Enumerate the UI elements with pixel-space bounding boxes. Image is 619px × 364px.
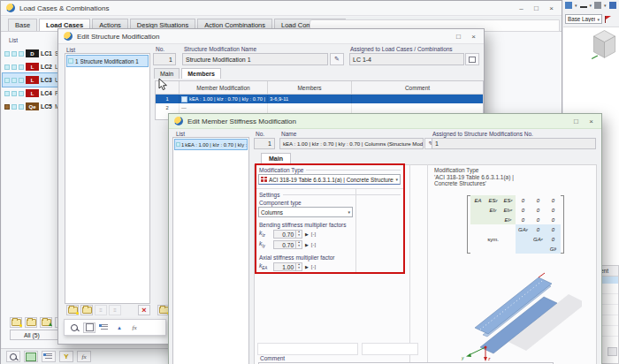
kiy-unit: [-] [311, 242, 316, 247]
kea-spinner[interactable]: 1.00▲▼ [273, 262, 302, 271]
list-item-selected[interactable]: 1 Structure Modification 1 [67, 56, 148, 66]
close-button[interactable]: × [466, 30, 481, 42]
checkbox[interactable] [19, 51, 24, 57]
checkbox[interactable] [68, 58, 73, 64]
copy-item-button[interactable] [80, 305, 93, 315]
checkbox[interactable] [4, 51, 10, 57]
load-type-badge: Qe [26, 102, 39, 110]
column-divider [409, 164, 410, 364]
grid-icon [469, 57, 476, 63]
select-load-cases-button[interactable] [465, 53, 479, 65]
rename-button[interactable]: ✎ [330, 53, 344, 65]
load-case-id: LC5 [41, 103, 53, 110]
formula-button[interactable]: fx [77, 351, 91, 362]
new-load-case-button[interactable] [10, 317, 22, 328]
info-panel-text: Modification Type 'ACI 318-19 Table 6.6.… [434, 167, 514, 187]
tab-main[interactable]: Main [261, 153, 291, 163]
zoom-button[interactable] [68, 322, 80, 333]
tab-base[interactable]: Base [8, 19, 37, 31]
dialog1-titlebar[interactable]: Edit Structure Modification [58, 29, 484, 44]
item-no: 1 [75, 58, 79, 64]
list-select-button[interactable] [98, 322, 111, 333]
block-tool-icon[interactable] [609, 2, 616, 9]
import-load-case-button[interactable] [40, 317, 52, 328]
expand-button[interactable]: ▶ [305, 242, 309, 247]
reorder-up-button[interactable]: ≡ [95, 305, 107, 315]
checkbox[interactable] [11, 78, 17, 83]
navigation-cube[interactable] [590, 28, 619, 62]
expand-button[interactable]: ▶ [305, 231, 309, 237]
checkbox[interactable] [19, 91, 24, 96]
zoom-button[interactable] [6, 351, 20, 362]
table-view-button[interactable] [42, 351, 56, 362]
name-field[interactable]: Structure Modification 1 [182, 53, 328, 65]
checkbox[interactable] [4, 78, 10, 83]
matrix-cell: 0 [546, 205, 561, 215]
checkbox[interactable] [11, 51, 17, 57]
assigned-field[interactable]: 1 [432, 138, 596, 149]
checkbox[interactable] [11, 91, 17, 96]
checkbox[interactable] [19, 64, 24, 70]
checkbox[interactable] [11, 104, 17, 110]
reorder-down-button[interactable]: ≡ [109, 305, 121, 315]
close-button[interactable]: × [544, 2, 559, 14]
measure-tool-icon[interactable] [594, 2, 601, 9]
list-item-selected[interactable]: 1 kEA : 1.00 | kIz : 0.70 | kIy : 0.70 [175, 140, 247, 149]
modification-type-select[interactable]: ACI 318-19 Table 6.6.3.1.1(a) | Concrete… [258, 174, 401, 185]
modification-type-label: Modification Type [259, 167, 401, 173]
maximize-button[interactable]: □ [569, 115, 584, 127]
matrix-cell: 0 [531, 205, 546, 215]
assigned-field[interactable]: LC 1-4 [349, 53, 464, 65]
select-box-button[interactable] [83, 322, 96, 333]
filter-button[interactable]: Y [59, 351, 73, 362]
spin-arrows-icon[interactable]: ▲▼ [296, 262, 302, 271]
table-row[interactable]: 2 — [156, 103, 483, 112]
expand-button[interactable]: ▶ [305, 264, 309, 269]
matrix-cell [470, 234, 485, 244]
checkbox[interactable] [4, 91, 10, 96]
base-layer-select[interactable]: Base Layer▾ [565, 14, 602, 24]
checkbox[interactable] [11, 64, 17, 70]
maximize-button[interactable]: □ [529, 2, 544, 14]
load-type-badge: L [26, 76, 39, 84]
kiz-unit: [-] [311, 231, 316, 237]
comment-cell [352, 95, 483, 103]
matrix-cell [501, 224, 516, 234]
item-icon [181, 96, 187, 102]
checkbox[interactable] [19, 78, 24, 83]
pick-in-graphic-button[interactable]: ▲ [113, 322, 126, 333]
spin-arrows-icon[interactable]: ▲▼ [296, 230, 302, 239]
table-row-selected[interactable]: 1 kEA : 1.00 | kIz : 0.70 | kIy : 0.70 |… [156, 95, 483, 103]
tab-members[interactable]: Members [181, 68, 221, 79]
checkbox[interactable] [19, 104, 24, 110]
kiy-spinner[interactable]: 0.70▲▼ [273, 240, 302, 249]
pin-flag-icon[interactable] [605, 16, 611, 23]
kea-factor-row: kEA 1.00▲▼ ▶ [-] [259, 262, 316, 271]
formula-button[interactable]: fx [128, 322, 141, 333]
kiy-symbol: kIy [259, 240, 271, 248]
line-tool-icon[interactable] [580, 6, 587, 8]
render-mode-icon[interactable] [565, 2, 572, 9]
checkbox[interactable] [176, 142, 180, 147]
graphic-view-button[interactable] [24, 351, 38, 362]
copy-load-case-button[interactable] [25, 317, 37, 328]
checkbox[interactable] [4, 64, 10, 70]
no-field[interactable]: 1 [254, 138, 275, 149]
modification-cell: kEA : 1.00 | kIz : 0.70 | kIy : 0.70 | C… [180, 95, 268, 103]
checkbox[interactable] [4, 104, 10, 110]
no-field[interactable]: 1 [153, 53, 176, 65]
maximize-button[interactable]: □ [451, 30, 466, 42]
new-item-button[interactable] [66, 305, 79, 315]
kiz-spinner[interactable]: 0.70▲▼ [273, 230, 302, 239]
spin-arrows-icon[interactable]: ▲▼ [296, 240, 302, 249]
magnifier-icon [10, 353, 17, 360]
component-type-select[interactable]: Columns ▾ [258, 207, 353, 217]
main-titlebar[interactable]: Load Cases & Combinations [1, 1, 562, 16]
delete-item-button[interactable]: × [138, 305, 150, 315]
table-corner-button[interactable] [608, 347, 617, 356]
minimize-button[interactable]: – [514, 2, 529, 14]
list-label: List [66, 47, 75, 53]
close-button[interactable]: × [584, 115, 599, 127]
dialog2-titlebar[interactable]: Edit Member Stiffness Modification [169, 114, 601, 129]
name-field[interactable]: kEA : 1.00 | kIz : 0.70 | kIy : 0.70 | C… [279, 138, 424, 149]
